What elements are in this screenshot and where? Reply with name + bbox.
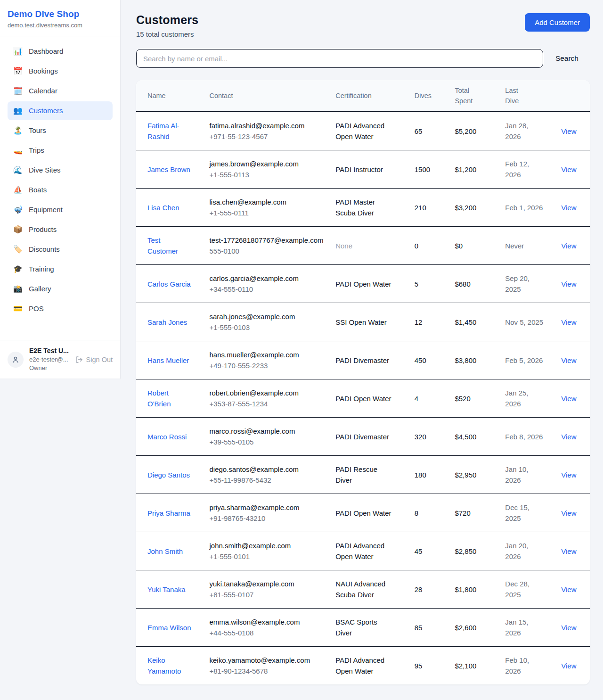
view-link[interactable]: View — [555, 433, 576, 441]
customers-icon: 👥 — [13, 106, 23, 115]
sidebar-item[interactable]: 📊 Dashboard — [8, 42, 113, 61]
customer-name-link[interactable]: Carlos Garcia — [147, 280, 191, 288]
table-row: James Brown james.brown@example.com +1-5… — [136, 150, 590, 189]
table-row: Priya Sharma priya.sharma@example.com +9… — [136, 494, 590, 532]
view-link[interactable]: View — [555, 356, 576, 364]
sidebar-item[interactable]: 🏷️ Discounts — [8, 240, 113, 259]
search-button[interactable]: Search — [543, 54, 590, 63]
certification-cell: PADI Advanced Open Water — [330, 532, 409, 570]
sidebar-item[interactable]: 🚤 Trips — [8, 141, 113, 160]
add-customer-button[interactable]: Add Customer — [525, 13, 590, 32]
view-link[interactable]: View — [555, 395, 576, 403]
sidebar-item-label: Dive Sites — [29, 165, 61, 175]
dives-cell: 65 — [409, 112, 449, 150]
last-dive-cell: Sep 20, 2025 — [499, 265, 550, 303]
column-header-dives: Dives — [409, 80, 449, 112]
sidebar-item-label: Boats — [29, 185, 47, 195]
customer-name-link[interactable]: Fatima Al-Rashid — [147, 122, 179, 140]
total-spent-cell: $3,800 — [449, 341, 499, 379]
column-header-certification: Certification — [330, 80, 409, 112]
sidebar-item[interactable]: 🌊 Dive Sites — [8, 161, 113, 180]
certification-cell: PADI Advanced Open Water — [330, 112, 409, 150]
view-link[interactable]: View — [555, 204, 576, 212]
contact-cell: marco.rossi@example.com +39-555-0105 — [204, 418, 330, 456]
sidebar-item-label: Customers — [29, 106, 63, 115]
customer-email: diego.santos@example.com — [209, 464, 324, 475]
sidebar-item[interactable]: 🗓️ Calendar — [8, 82, 113, 100]
pos-icon: 💳 — [13, 304, 23, 313]
user-role: Owner — [29, 364, 70, 372]
customer-name-link[interactable]: Priya Sharma — [147, 509, 190, 517]
customer-name-link[interactable]: Sarah Jones — [147, 318, 187, 326]
view-link[interactable]: View — [555, 280, 576, 288]
user-email: e2e-tester@... — [29, 355, 70, 364]
sidebar-item[interactable]: 📸 Gallery — [8, 280, 113, 298]
view-link[interactable]: View — [555, 165, 576, 173]
sidebar-item-label: Bookings — [29, 66, 58, 76]
sidebar-item-label: Dashboard — [29, 47, 63, 56]
table-row: Keiko Yamamoto keiko.yamamoto@example.co… — [136, 647, 590, 685]
customer-phone: +1-555-0101 — [209, 551, 324, 562]
customer-name-link[interactable]: John Smith — [147, 547, 183, 555]
customer-email: sarah.jones@example.com — [209, 311, 324, 322]
total-spent-cell: $1,450 — [449, 303, 499, 341]
sidebar: Demo Dive Shop demo.test.divestreams.com… — [0, 0, 121, 379]
discounts-icon: 🏷️ — [13, 245, 23, 254]
user-name: E2E Test U... — [29, 346, 70, 355]
certification-cell: PADI Master Scuba Diver — [330, 189, 409, 227]
sidebar-item[interactable]: 📦 Products — [8, 220, 113, 239]
customer-email: james.brown@example.com — [209, 158, 324, 169]
view-link[interactable]: View — [555, 624, 576, 632]
column-header-contact: Contact — [204, 80, 330, 112]
dives-cell: 4 — [409, 379, 449, 418]
certification-cell: PADI Open Water — [330, 494, 409, 532]
sidebar-item[interactable]: ⛵ Boats — [8, 181, 113, 199]
sidebar-item[interactable]: 🏝️ Tours — [8, 121, 113, 140]
shop-header: Demo Dive Shop demo.test.divestreams.com — [0, 0, 120, 36]
sign-out-button[interactable]: Sign Out — [75, 356, 113, 363]
customer-name-link[interactable]: Lisa Chen — [147, 204, 179, 212]
customer-email: yuki.tanaka@example.com — [209, 578, 324, 589]
customer-name-link[interactable]: Hans Mueller — [147, 356, 189, 364]
total-spent-cell: $680 — [449, 265, 499, 303]
sidebar-item[interactable]: 🎓 Training — [8, 260, 113, 279]
dives-cell: 28 — [409, 570, 449, 609]
customer-name-link[interactable]: Test Customer — [147, 236, 178, 255]
calendar-icon: 🗓️ — [13, 86, 23, 96]
sidebar-item[interactable]: 📅 Bookings — [8, 62, 113, 81]
search-input[interactable] — [136, 49, 543, 68]
sidebar-item[interactable]: 🤿 Equipment — [8, 200, 113, 219]
sidebar-item[interactable]: 👥 Customers — [8, 101, 113, 120]
main-content: Customers 15 total customers Add Custome… — [121, 0, 603, 696]
last-dive-cell: Jan 10, 2026 — [499, 456, 550, 494]
view-link[interactable]: View — [555, 318, 576, 326]
last-dive-cell: Jan 25, 2026 — [499, 379, 550, 418]
dives-cell: 85 — [409, 609, 449, 647]
customer-name-link[interactable]: Robert O'Brien — [147, 389, 171, 408]
customer-name-link[interactable]: James Brown — [147, 165, 190, 173]
column-header-name: Name — [136, 80, 204, 112]
view-link[interactable]: View — [555, 127, 576, 135]
table-row: Hans Mueller hans.mueller@example.com +4… — [136, 341, 590, 379]
customer-name-link[interactable]: Marco Rossi — [147, 433, 187, 441]
certification-cell: PADI Instructor — [330, 150, 409, 189]
customer-name-link[interactable]: Keiko Yamamoto — [147, 656, 181, 675]
customer-phone: +1-555-0111 — [209, 207, 324, 218]
customer-phone: +39-555-0105 — [209, 436, 324, 447]
shop-name: Demo Dive Shop — [8, 9, 113, 19]
sidebar-item-label: Equipment — [29, 205, 63, 214]
customer-email: robert.obrien@example.com — [209, 387, 324, 398]
customer-name-link[interactable]: Diego Santos — [147, 471, 190, 479]
view-link[interactable]: View — [555, 662, 576, 670]
view-link[interactable]: View — [555, 242, 576, 250]
view-link[interactable]: View — [555, 585, 576, 593]
view-link[interactable]: View — [555, 547, 576, 555]
user-info: E2E Test U... e2e-tester@... Owner — [29, 346, 70, 372]
customer-name-link[interactable]: Emma Wilson — [147, 624, 191, 632]
customer-email: hans.mueller@example.com — [209, 349, 324, 360]
customer-name-link[interactable]: Yuki Tanaka — [147, 585, 186, 593]
column-header-last-dive: Last Dive — [499, 80, 550, 112]
view-link[interactable]: View — [555, 509, 576, 517]
view-link[interactable]: View — [555, 471, 576, 479]
sidebar-item[interactable]: 💳 POS — [8, 299, 113, 318]
